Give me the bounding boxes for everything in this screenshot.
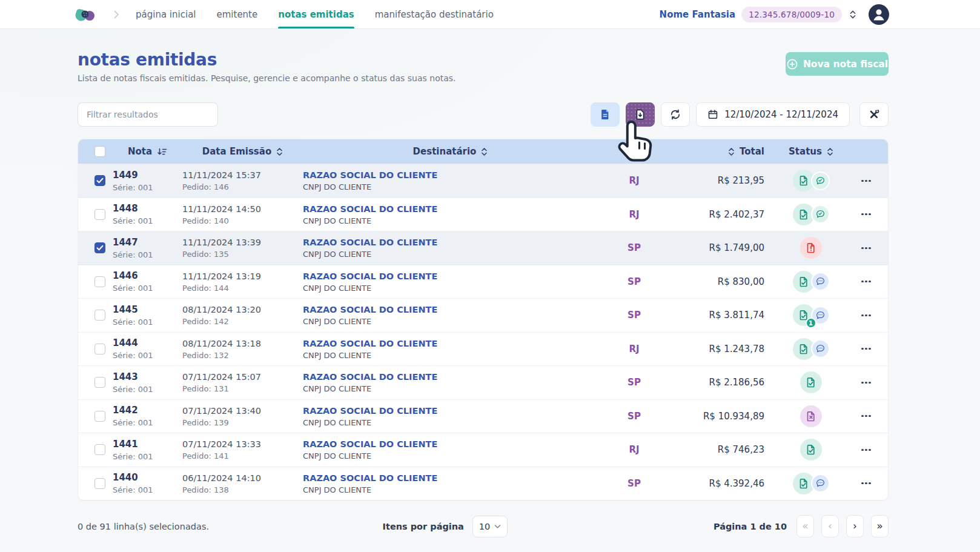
col-header-total[interactable]: Total [670,146,764,157]
invoice-total: R$ 746,23 [718,444,764,455]
uf-value: SP [627,276,641,287]
col-header-status[interactable]: Status [764,146,844,157]
row-menu-button[interactable] [859,242,873,254]
table-row[interactable]: 1441 Série: 001 07/11/2024 13:33 Pedido:… [78,433,888,467]
status-chat-icon[interactable] [811,205,830,224]
nav-item-notas-emitidas[interactable]: notas emitidas [278,0,354,28]
row-checkbox[interactable] [94,377,105,388]
row-checkbox[interactable] [94,242,105,253]
company-switcher-icon[interactable] [848,10,858,19]
date-range-button[interactable]: 12/10/2024 - 12/11/2024 [696,102,850,127]
select-all-checkbox[interactable] [94,146,105,157]
row-checkbox[interactable] [94,411,105,422]
row-menu-button[interactable] [859,175,873,187]
row-checkbox[interactable] [94,344,105,354]
nav-item-manifestacao-destinatario[interactable]: manifestação destinatário [375,0,494,28]
row-menu-button[interactable] [859,208,873,220]
issue-datetime: 07/11/2024 15:07 [182,371,303,382]
status-chat-icon[interactable] [811,339,830,358]
customer-name-link[interactable]: RAZAO SOCIAL DO CLIENTE [303,170,598,181]
row-menu-button[interactable] [859,310,873,321]
customer-cnpj: CNPJ DO CLIENTE [303,284,598,293]
invoice-number: 1446 [113,270,182,282]
last-page-button[interactable]: » [871,515,889,537]
status-document-icon[interactable] [800,405,822,427]
table-row[interactable]: 1446 Série: 001 11/11/2024 13:19 Pedido:… [78,265,888,299]
col-header-data-emissao[interactable]: Data Emissão [182,146,303,157]
user-avatar[interactable] [869,4,889,25]
status-document-icon[interactable] [800,439,822,461]
customer-name-link[interactable]: RAZAO SOCIAL DO CLIENTE [303,271,598,282]
row-menu-button[interactable] [859,276,873,287]
order-number: Pedido: 140 [182,216,303,225]
customer-name-link[interactable]: RAZAO SOCIAL DO CLIENTE [303,405,598,416]
filter-input[interactable] [78,102,218,127]
col-header-uf[interactable]: UF [598,146,670,157]
customer-name-link[interactable]: RAZAO SOCIAL DO CLIENTE [303,371,598,382]
row-checkbox[interactable] [94,209,105,220]
uf-value: SP [627,478,641,489]
export-report-button[interactable] [591,102,620,127]
row-menu-button[interactable] [859,377,873,388]
col-header-nota[interactable]: Nota [113,146,182,157]
customer-name-link[interactable]: RAZAO SOCIAL DO CLIENTE [303,204,598,214]
status-chat-icon[interactable] [811,272,830,291]
status-chat-icon[interactable] [811,474,830,493]
uf-value: SP [627,242,641,253]
table-row[interactable]: 1449 Série: 001 11/11/2024 15:37 Pedido:… [78,164,888,198]
status-icons [800,405,822,427]
settings-tools-button[interactable] [859,102,889,127]
first-page-button[interactable]: « [796,515,814,537]
table-row[interactable]: 1448 Série: 001 11/11/2024 14:50 Pedido:… [78,198,888,231]
row-checkbox[interactable] [94,310,105,321]
prev-page-button[interactable]: ‹ [821,515,839,537]
invoice-series: Série: 001 [113,351,182,360]
invoice-series: Série: 001 [113,284,182,293]
row-checkbox[interactable] [94,478,105,489]
status-icons [800,371,822,393]
table-row[interactable]: 1442 Série: 001 07/11/2024 13:40 Pedido:… [78,399,888,433]
download-xml-button[interactable] [626,102,655,127]
customer-name-link[interactable]: RAZAO SOCIAL DO CLIENTE [303,473,598,484]
account-area[interactable]: Nome Fantasia 12.345.678/0009-10 [660,4,889,25]
app-logo-icon[interactable] [74,5,97,24]
row-menu-button[interactable] [859,444,873,456]
next-page-button[interactable]: › [846,515,864,537]
customer-name-link[interactable]: RAZAO SOCIAL DO CLIENTE [303,439,598,450]
status-document-icon[interactable] [800,371,822,393]
new-invoice-button[interactable]: Nova nota fiscal [786,52,889,76]
invoice-number: 1442 [113,405,182,416]
main-content: notas emitidas Lista de notas fiscais em… [0,50,980,537]
sort-icon [481,147,488,156]
row-menu-button[interactable] [859,343,873,354]
invoice-series: Série: 001 [113,183,182,192]
table-row[interactable]: 1440 Série: 001 06/11/2024 14:10 Pedido:… [78,467,888,500]
order-number: Pedido: 139 [182,418,303,427]
invoice-total: R$ 1.749,00 [709,242,764,253]
table-row[interactable]: 1443 Série: 001 07/11/2024 15:07 Pedido:… [78,365,888,399]
customer-name-link[interactable]: RAZAO SOCIAL DO CLIENTE [303,237,598,248]
customer-cnpj: CNPJ DO CLIENTE [303,216,598,225]
customer-name-link[interactable]: RAZAO SOCIAL DO CLIENTE [303,338,598,349]
row-menu-button[interactable] [859,477,873,489]
row-checkbox[interactable] [94,444,105,455]
status-document-icon[interactable] [800,237,822,259]
customer-name-link[interactable]: RAZAO SOCIAL DO CLIENTE [303,304,598,315]
table-row[interactable]: 1447 Série: 001 11/11/2024 13:39 Pedido:… [78,231,888,265]
row-menu-button[interactable] [859,410,873,422]
uf-value: RJ [629,175,639,186]
row-checkbox[interactable] [94,276,105,287]
status-chat-icon[interactable] [811,171,830,190]
selection-summary: 0 de 91 linha(s) selecionadas. [78,522,383,531]
nav-item-emitente[interactable]: emitente [217,0,258,28]
nav-item-pagina-inicial[interactable]: página inicial [136,0,196,28]
main-nav: página inicial emitente notas emitidas m… [136,0,494,28]
col-header-destinatario[interactable]: Destinatário [303,146,598,157]
issue-datetime: 11/11/2024 15:37 [182,170,303,181]
refresh-button[interactable] [661,102,690,127]
row-checkbox[interactable] [94,175,105,186]
table-row[interactable]: 1445 Série: 001 08/11/2024 13:20 Pedido:… [78,298,888,332]
items-per-page-select[interactable]: 10 [472,516,508,537]
table-row[interactable]: 1444 Série: 001 08/11/2024 13:18 Pedido:… [78,332,888,366]
status-icons [800,237,822,259]
